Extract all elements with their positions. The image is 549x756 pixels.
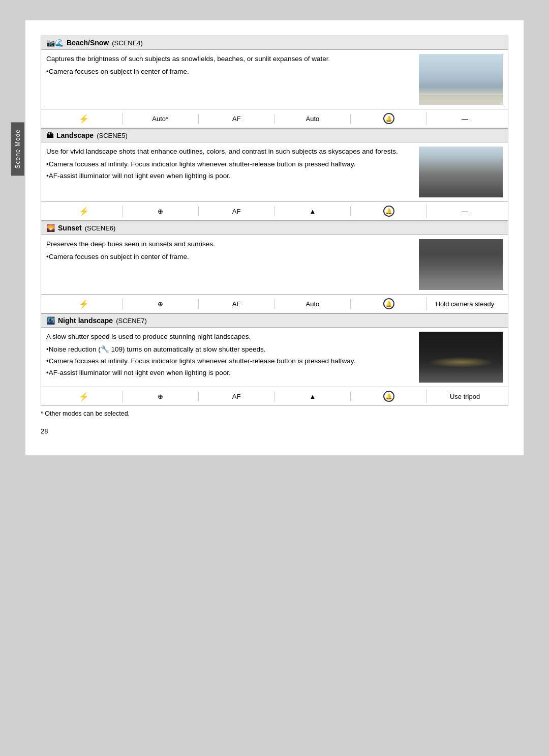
footer-note-night: Use tripod <box>427 392 503 401</box>
sunset-code: (SCENE6) <box>85 224 116 232</box>
speaker-icon: 🔔 <box>383 206 394 217</box>
landscape-title: Landscape <box>56 131 94 139</box>
footer-af-sunset: AF <box>199 299 275 309</box>
scene-body-night-landscape: A slow shutter speed is used to produce … <box>41 328 508 387</box>
footer-af-landscape: AF <box>199 207 275 216</box>
landscape-bullet-0: •Camera focuses at infinity. Focus indic… <box>46 159 414 170</box>
scene-header-landscape: 🏔 Landscape (SCENE5) <box>41 129 508 142</box>
flash-icon: ⚡ <box>79 392 89 401</box>
beach-snow-icon: 📷🌊 <box>46 39 64 47</box>
scene-body-beach-snow: Captures the brightness of such subjects… <box>41 50 508 109</box>
af-label: AF <box>232 115 241 123</box>
scene-text-night-landscape: A slow shutter speed is used to produce … <box>46 332 414 383</box>
footer-flash-night: ⚡ <box>46 391 123 402</box>
speaker-icon: 🔔 <box>383 113 394 124</box>
footer-exposure-night: ⊕ <box>123 392 199 401</box>
footer-focus-beach: Auto <box>274 114 351 124</box>
night-landscape-title: Night landscape <box>58 316 113 325</box>
scene-header-beach-snow: 📷🌊 Beach/Snow (SCENE4) <box>41 36 508 50</box>
footer-af-beach: AF <box>199 114 275 124</box>
sunset-desc: Preserves the deep hues seen in sunsets … <box>46 239 414 250</box>
beach-snow-image <box>419 54 503 105</box>
af-label: AF <box>232 393 241 400</box>
footer-flash-beach: ⚡ <box>46 113 123 125</box>
night-landscape-bullet-2: •AF-assist illuminator will not light ev… <box>46 368 414 379</box>
focus-label: ▲ <box>309 208 316 215</box>
scene-body-landscape: Use for vivid landscape shots that enhan… <box>41 142 508 201</box>
scene-block-beach-snow: 📷🌊 Beach/Snow (SCENE4) Captures the brig… <box>41 36 508 128</box>
night-landscape-code: (SCENE7) <box>116 317 147 325</box>
footer-af-night: AF <box>199 392 275 401</box>
night-landscape-bullet-0: •Noise reduction (🔧 109) turns on automa… <box>46 344 414 355</box>
page-number: 28 <box>41 427 508 435</box>
flash-icon: ⚡ <box>79 114 89 124</box>
af-label: AF <box>232 300 241 308</box>
scene-footer-night-landscape: ⚡ ⊕ AF ▲ 🔔 Use tripod <box>41 387 508 405</box>
landscape-code: (SCENE5) <box>97 132 128 139</box>
exposure-label: ⊕ <box>158 208 163 215</box>
speaker-icon: 🔔 <box>383 298 394 309</box>
footer-focus-night: ▲ <box>274 392 351 401</box>
exposure-label: ⊕ <box>158 393 163 400</box>
scene-block-landscape: 🏔 Landscape (SCENE5) Use for vivid lands… <box>41 128 508 221</box>
scene-footer-sunset: ⚡ ⊕ AF Auto 🔔 Hold camera steady <box>41 294 508 313</box>
scene-block-sunset: 🌄 Sunset (SCENE6) Preserves the deep hue… <box>41 221 508 313</box>
sunset-bullet-0: •Camera focuses on subject in center of … <box>46 252 414 263</box>
night-landscape-image <box>419 332 503 383</box>
footer-exposure-landscape: ⊕ <box>123 207 199 216</box>
footer-note-sunset: Hold camera steady <box>427 299 503 309</box>
beach-snow-desc: Captures the brightness of such subjects… <box>46 54 414 65</box>
footnote: * Other modes can be selected. <box>41 410 508 417</box>
exposure-label: Auto* <box>152 115 168 123</box>
scene-text-beach-snow: Captures the brightness of such subjects… <box>46 54 414 105</box>
landscape-icon: 🏔 <box>46 131 53 139</box>
note-label: — <box>462 115 468 123</box>
side-tab: Scene Mode <box>11 122 24 176</box>
scene-text-sunset: Preserves the deep hues seen in sunsets … <box>46 239 414 290</box>
landscape-image <box>419 147 503 197</box>
footer-note-landscape: — <box>427 207 503 216</box>
footer-focus-landscape: ▲ <box>274 207 351 216</box>
footer-flash-sunset: ⚡ <box>46 298 123 310</box>
scene-header-night-landscape: 🌃 Night landscape (SCENE7) <box>41 314 508 328</box>
scene-block-night-landscape: 🌃 Night landscape (SCENE7) A slow shutte… <box>41 313 508 406</box>
footer-exposure-sunset: ⊕ <box>123 299 199 309</box>
footer-flash-landscape: ⚡ <box>46 206 123 217</box>
sunset-icon: 🌄 <box>46 224 55 232</box>
scene-text-landscape: Use for vivid landscape shots that enhan… <box>46 147 414 197</box>
scene-footer-beach-snow: ⚡ Auto* AF Auto 🔔 — <box>41 109 508 128</box>
note-label: — <box>462 208 468 215</box>
footer-focus-sunset: Auto <box>274 299 351 309</box>
night-landscape-icon: 🌃 <box>46 316 55 325</box>
page: Scene Mode 📷🌊 Beach/Snow (SCENE4) Captur… <box>25 20 524 455</box>
footer-icon4-beach: 🔔 <box>351 112 427 125</box>
flash-icon: ⚡ <box>79 299 89 309</box>
use-tripod-label: Use tripod <box>450 393 480 400</box>
scene-footer-landscape: ⚡ ⊕ AF ▲ 🔔 — <box>41 201 508 220</box>
footer-icon4-night: 🔔 <box>351 390 427 403</box>
scene-body-sunset: Preserves the deep hues seen in sunsets … <box>41 235 508 294</box>
beach-snow-title: Beach/Snow <box>67 39 109 47</box>
focus-label: Auto <box>306 115 320 123</box>
night-landscape-bullet-1: •Camera focuses at infinity. Focus indic… <box>46 356 414 367</box>
night-landscape-desc: A slow shutter speed is used to produce … <box>46 332 414 342</box>
footer-exposure-beach: Auto* <box>123 114 199 124</box>
footer-note-beach: — <box>427 114 503 124</box>
landscape-desc: Use for vivid landscape shots that enhan… <box>46 147 414 157</box>
speaker-icon: 🔔 <box>383 391 394 402</box>
sunset-image <box>419 239 503 290</box>
scene-header-sunset: 🌄 Sunset (SCENE6) <box>41 221 508 235</box>
beach-snow-bullet-0: •Camera focuses on subject in center of … <box>46 67 414 77</box>
focus-label: ▲ <box>309 393 316 400</box>
footer-icon4-landscape: 🔔 <box>351 205 427 218</box>
exposure-label: ⊕ <box>158 300 163 308</box>
footer-icon4-sunset: 🔔 <box>351 297 427 310</box>
beach-snow-code: (SCENE4) <box>112 39 143 47</box>
flash-icon: ⚡ <box>79 207 89 216</box>
af-label: AF <box>232 208 241 215</box>
focus-label: Auto <box>306 300 320 308</box>
landscape-bullet-1: •AF-assist illuminator will not light ev… <box>46 171 414 182</box>
hold-camera-steady-label: Hold camera steady <box>436 300 495 308</box>
sunset-title: Sunset <box>58 224 82 232</box>
